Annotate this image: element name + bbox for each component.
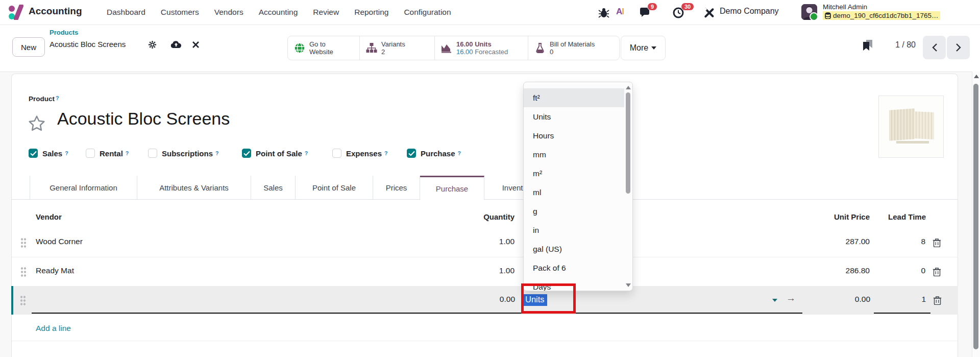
tab[interactable]: Prices — [373, 176, 420, 199]
uom-dropdown-item[interactable]: g — [524, 202, 624, 221]
tab[interactable]: Sales — [251, 176, 296, 199]
drag-handle[interactable] — [20, 295, 26, 306]
screen-panel-left — [889, 108, 915, 140]
dropdown-scrollbar-thumb[interactable] — [626, 92, 630, 194]
help-marker: ? — [65, 150, 68, 156]
pager-next-button[interactable] — [947, 36, 970, 59]
quantity-cell[interactable]: 1.00 — [453, 266, 514, 275]
vendor-rows: Wood Corner 1.00 287.00 8 Ready Mat 1.00… — [12, 228, 958, 287]
vendor-table-row: Wood Corner 1.00 287.00 8 — [12, 228, 958, 257]
delete-row-trash-icon[interactable] — [933, 267, 941, 276]
page-scrollbar[interactable] — [972, 72, 980, 357]
uom-dropdown-item[interactable]: m² — [524, 164, 624, 183]
uom-dropdown-item[interactable]: Units — [524, 107, 624, 126]
help-marker: ? — [56, 95, 59, 101]
vendor-cell[interactable]: Wood Corner — [36, 237, 83, 246]
avatar[interactable] — [801, 4, 817, 20]
unit-price-cell[interactable]: 287.00 — [808, 237, 870, 246]
odoo-accounting-logo-icon[interactable] — [8, 5, 23, 20]
gear-icon[interactable] — [148, 40, 157, 49]
checkbox[interactable] — [242, 149, 251, 158]
pager-previous-button[interactable] — [923, 36, 946, 59]
uom-dropdown-item[interactable]: Hours — [524, 126, 624, 145]
delete-row-trash-icon[interactable] — [933, 296, 942, 305]
menu-item[interactable]: Accounting — [259, 8, 298, 17]
help-marker: ? — [305, 150, 308, 156]
tab[interactable]: Purchase — [420, 176, 484, 200]
product-image[interactable] — [878, 96, 944, 158]
menu-item[interactable]: Vendors — [214, 8, 243, 17]
unit-price-cell[interactable]: 0.00 — [809, 295, 870, 304]
new-button[interactable]: New — [12, 37, 45, 57]
uom-dropdown-item[interactable]: ft² — [524, 88, 624, 107]
uom-dropdown-item[interactable]: ml — [524, 183, 624, 202]
pager-value[interactable]: 1 / 80 — [890, 40, 921, 50]
screen-panel-right — [914, 111, 934, 139]
lead-time-cell[interactable]: 1 — [875, 295, 926, 304]
uom-dropdown-list: ft²UnitsHoursmmm²mlgingal (US)Pack of 6D… — [524, 88, 632, 291]
scroll-up-arrow-icon[interactable] — [974, 75, 979, 78]
tab[interactable]: Attributes & Variants — [137, 176, 251, 199]
checkbox[interactable] — [407, 149, 416, 158]
scroll-down-arrow-icon[interactable] — [626, 283, 631, 287]
bookmark-icon[interactable] — [863, 40, 873, 51]
checkbox[interactable] — [148, 149, 157, 158]
company-switcher[interactable]: Demo Company — [720, 7, 779, 16]
internal-link-arrow-icon[interactable]: → — [786, 293, 796, 304]
user-block[interactable]: Mitchell Admin demo_190_cf6cd1dc7bb1_176… — [823, 3, 971, 21]
drag-handle[interactable] — [20, 267, 27, 277]
tab[interactable]: General Information — [30, 176, 137, 199]
uom-dropdown-item[interactable]: mm — [524, 145, 624, 164]
stock-forecast-button[interactable]: 16.00 Units16.00 Forecasted — [435, 36, 528, 60]
scroll-up-arrow-icon[interactable] — [626, 86, 631, 89]
column-header-lead-time: Lead Time — [875, 212, 926, 221]
chat-badge: 9 — [647, 3, 657, 11]
ai-icon[interactable]: AI — [616, 7, 624, 17]
bill-of-materials-button[interactable]: Bill of Materials0 — [528, 36, 619, 60]
section-divider — [12, 341, 958, 341]
tools-icon[interactable] — [703, 7, 715, 18]
go-to-website-button[interactable]: Go toWebsite — [288, 36, 360, 60]
page-scrollbar-thumb[interactable] — [973, 84, 978, 349]
lead-time-cell[interactable]: 8 — [874, 237, 925, 246]
chevron-down-icon — [651, 46, 656, 50]
vendor-edit-row: 0.00 Units → 0.00 1 — [11, 286, 958, 315]
variants-button[interactable]: Variants2 — [360, 36, 435, 60]
drag-handle[interactable] — [20, 237, 27, 248]
uom-dropdown-item[interactable]: gal (US) — [524, 240, 624, 258]
menu-item[interactable]: Review — [313, 8, 339, 17]
breadcrumb-parent[interactable]: Products — [50, 29, 78, 36]
help-marker: ? — [384, 150, 387, 156]
quantity-cell[interactable]: 1.00 — [453, 237, 514, 246]
checkbox[interactable] — [86, 149, 95, 158]
online-status-dot — [810, 12, 817, 20]
favorite-star-icon[interactable] — [28, 114, 46, 133]
database-icon — [825, 12, 831, 19]
dropdown-caret-icon[interactable] — [772, 299, 777, 302]
notebook-tabs: General InformationAttributes & Variants… — [12, 176, 958, 200]
quantity-cell[interactable]: 0.00 — [454, 295, 515, 304]
checkbox-label: Rental — [100, 149, 123, 158]
menu-item[interactable]: Reporting — [354, 8, 388, 17]
menu-item[interactable]: Customers — [161, 8, 199, 17]
bug-icon[interactable] — [598, 7, 609, 18]
lead-time-cell[interactable]: 0 — [874, 266, 925, 275]
product-title[interactable]: Acoustic Bloc Screens — [57, 109, 230, 129]
unit-price-cell[interactable]: 286.80 — [808, 266, 870, 275]
menu-item[interactable]: Dashboard — [107, 8, 145, 17]
vendor-cell[interactable]: Ready Mat — [36, 266, 74, 275]
delete-row-trash-icon[interactable] — [933, 238, 941, 247]
globe-icon — [294, 42, 305, 54]
uom-dropdown-item[interactable]: in — [524, 221, 624, 240]
cloud-save-icon[interactable] — [170, 40, 182, 49]
menu-item[interactable]: Configuration — [404, 8, 451, 17]
add-a-line-link[interactable]: Add a line — [36, 324, 71, 333]
discard-close-icon[interactable] — [192, 40, 200, 49]
checkbox[interactable] — [29, 149, 38, 158]
tab[interactable]: Point of Sale — [296, 176, 373, 199]
tabs-bottom-border — [12, 199, 958, 200]
more-button[interactable]: More — [621, 36, 666, 60]
database-pill: demo_190_cf6cd1dc7bb1_1765… — [823, 11, 940, 20]
checkbox[interactable] — [332, 149, 341, 158]
uom-dropdown-item[interactable]: Pack of 6 — [524, 258, 624, 277]
